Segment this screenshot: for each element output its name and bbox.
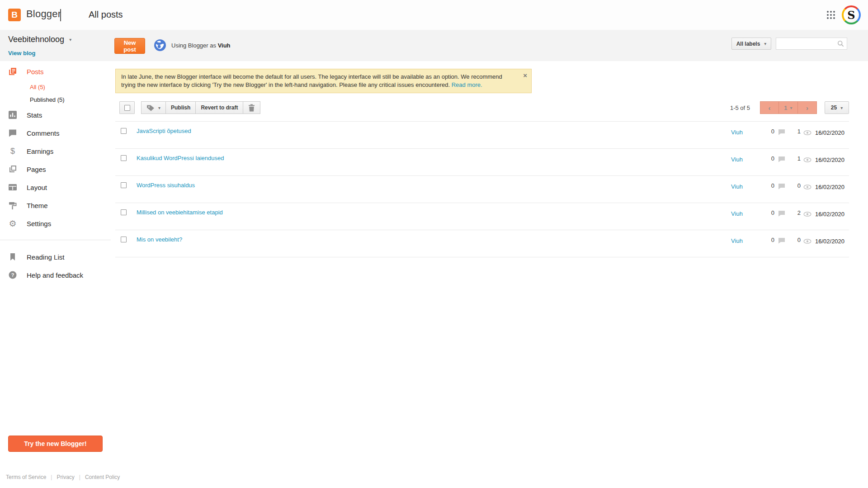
table-row: JavaScripti õpetused Viuh 0 1 16/02/2020 [115,122,849,149]
post-author-link[interactable]: Viuh [723,237,750,244]
row-checkbox[interactable] [121,209,127,215]
caret-down-icon: ▾ [764,41,766,46]
profile-globe-icon [154,39,166,51]
using-blogger-as: Using Blogger as Viuh [154,39,231,51]
blog-selector[interactable]: Veebitehnoloog▾ [8,35,71,44]
eye-icon [803,130,811,135]
new-post-button[interactable]: New post [114,38,145,54]
view-blog-link[interactable]: View blog [8,50,35,57]
all-labels-dropdown[interactable]: All labels ▾ [731,38,771,50]
eye-icon [803,239,811,244]
notice-text: In late June, the new Blogger interface … [121,73,502,88]
paint-roller-icon [8,201,17,210]
row-checkbox[interactable] [121,182,127,188]
view-count: 2 [791,209,801,216]
page-title: All posts [89,9,123,20]
posts-table: JavaScripti õpetused Viuh 0 1 16/02/2020… [115,121,849,257]
post-title-link[interactable]: WordPress sisuhaldus [137,182,195,189]
sidebar-item-comments[interactable]: Comments [0,124,111,142]
top-bar: B Blogger All posts S [0,0,868,30]
row-checkbox[interactable] [121,128,127,134]
pages-icon [8,165,17,174]
sidebar-item-settings[interactable]: ⚙ Settings [0,214,111,232]
privacy-link[interactable]: Privacy [57,474,74,480]
sidebar-item-pages[interactable]: Pages [0,160,111,178]
view-count: 1 [791,128,801,135]
header-divider [60,9,61,21]
row-checkbox[interactable] [121,155,127,161]
comment-bubble-icon [778,183,785,190]
post-date: 16/02/2020 [815,238,844,245]
eye-icon [803,185,811,190]
post-title-link[interactable]: Millised on veebiehitamise etapid [137,209,223,216]
try-new-blogger-button[interactable]: Try the new Blogger! [8,436,103,452]
post-date: 16/02/2020 [815,129,844,136]
sidebar-item-posts-all[interactable]: All (5) [0,81,111,93]
account-avatar[interactable]: S [842,5,861,24]
select-all-button[interactable] [119,101,135,114]
caret-down-icon: ▾ [790,105,793,110]
posts-toolbar: ▾ Publish Revert to draft 1-5 of 5 ‹ [115,101,849,114]
publish-button[interactable]: Publish [166,101,196,114]
page-number-dropdown[interactable]: 1 ▾ [779,101,798,114]
sidebar-divider [0,240,111,240]
sidebar-item-stats[interactable]: Stats [0,106,111,124]
table-row: Mis on veebileht? Viuh 0 0 16/02/2020 [115,230,849,257]
select-all-checkbox[interactable] [124,105,130,111]
google-apps-grid-icon[interactable] [827,11,835,19]
comment-count: 0 [764,182,774,189]
posts-icon [8,67,17,76]
read-more-link[interactable]: Read more. [452,81,482,88]
chevron-left-icon: ‹ [769,104,771,112]
view-count: 0 [791,182,801,189]
using-user: Viuh [218,42,231,49]
row-checkbox[interactable] [121,237,127,242]
terms-link[interactable]: Terms of Service [6,474,46,480]
post-title-link[interactable]: JavaScripti õpetused [137,128,191,134]
page-size-dropdown[interactable]: 25 ▾ [825,101,849,114]
sidebar-item-posts[interactable]: Posts [0,62,111,81]
sidebar-item-posts-published[interactable]: Published (5) [0,93,111,106]
caret-down-icon: ▾ [840,105,843,110]
sidebar-item-theme[interactable]: Theme [0,196,111,214]
sidebar-item-earnings[interactable]: $ Earnings [0,142,111,160]
avatar-letter: S [844,7,859,23]
table-row: Millised on veebiehitamise etapid Viuh 0… [115,203,849,230]
gear-icon: ⚙ [8,219,17,228]
view-count: 0 [791,237,801,243]
delete-button[interactable] [243,101,260,114]
close-icon[interactable]: × [523,71,527,80]
comments-icon [8,128,17,137]
post-title-link[interactable]: Mis on veebileht? [137,236,182,243]
label-dropdown-button[interactable]: ▾ [141,101,166,114]
content-policy-link[interactable]: Content Policy [85,474,120,480]
revert-to-draft-button[interactable]: Revert to draft [196,101,243,114]
search-input[interactable] [776,38,837,49]
search-box [776,38,847,50]
post-author-link[interactable]: Viuh [723,129,750,136]
next-page-button[interactable]: › [798,101,817,114]
sidebar-item-layout[interactable]: Layout [0,178,111,196]
post-author-link[interactable]: Viuh [723,183,750,190]
pagination: ‹ 1 ▾ › [760,101,817,114]
prev-page-button[interactable]: ‹ [760,101,779,114]
current-page: 1 [784,104,787,111]
svg-text:?: ? [11,272,14,278]
blog-action-band: Veebitehnoloog▾ View blog New post Using… [0,30,868,61]
sidebar-item-label: Layout [27,184,47,191]
comment-count: 0 [764,237,774,243]
result-range: 1-5 of 5 [730,104,750,111]
comment-bubble-icon [778,156,785,162]
sidebar-item-reading-list[interactable]: Reading List [0,248,111,266]
notice-banner: In late June, the new Blogger interface … [115,69,532,93]
post-date: 16/02/2020 [815,184,844,190]
sidebar-item-help[interactable]: ? Help and feedback [0,266,111,284]
post-author-link[interactable]: Viuh [723,156,750,163]
post-author-link[interactable]: Viuh [723,210,750,217]
post-title-link[interactable]: Kasulikud WordPressi laiendused [137,155,224,161]
search-icon[interactable] [837,40,847,47]
blogger-logo-icon[interactable]: B [8,9,21,21]
chevron-right-icon: › [806,104,808,112]
trash-icon [248,104,255,112]
comment-count: 0 [764,155,774,162]
